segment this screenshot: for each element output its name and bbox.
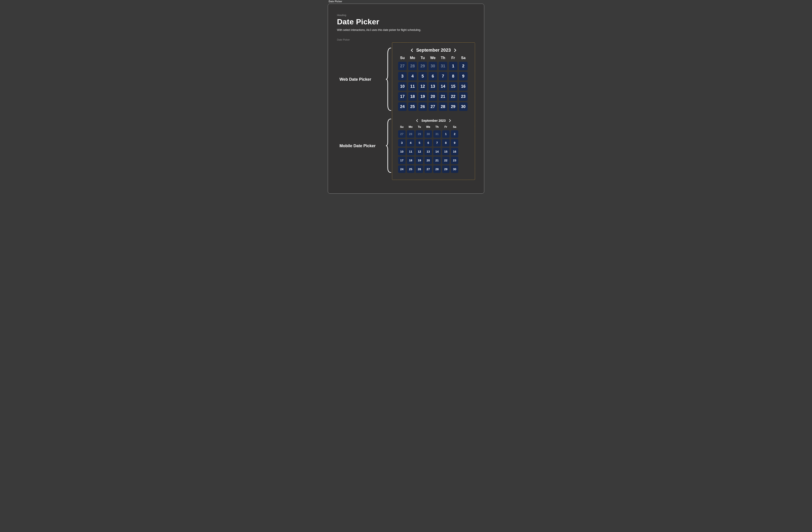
day-grid: 2728293031123456789101112131415161718192… <box>398 62 469 111</box>
day-cell[interactable]: 26 <box>418 102 427 111</box>
day-cell[interactable]: 10 <box>398 82 407 91</box>
day-cell[interactable]: 8 <box>442 139 450 147</box>
mobile-date-picker-row: Mobile Date Picker September 2023 <box>398 119 469 173</box>
day-cell[interactable]: 5 <box>416 139 423 147</box>
day-cell[interactable]: 31 <box>433 130 441 138</box>
day-cell[interactable]: 12 <box>416 148 423 155</box>
day-cell[interactable]: 22 <box>442 157 450 164</box>
day-cell[interactable]: 21 <box>439 92 447 101</box>
mobile-calendar: September 2023 SuMoTuWeThFrSa 2728293031… <box>398 119 469 173</box>
day-cell[interactable]: 17 <box>398 157 406 164</box>
dow-cell: Su <box>398 56 407 60</box>
day-cell[interactable]: 16 <box>459 82 467 91</box>
day-cell[interactable]: 4 <box>408 72 417 80</box>
web-date-picker-row: Web Date Picker September 2023 <box>398 47 469 111</box>
day-cell[interactable]: 3 <box>398 72 407 80</box>
day-cell[interactable]: 16 <box>451 148 458 155</box>
day-cell[interactable]: 13 <box>429 82 437 91</box>
day-cell[interactable]: 1 <box>449 62 458 70</box>
day-cell[interactable]: 20 <box>424 157 432 164</box>
day-cell[interactable]: 3 <box>398 139 406 147</box>
calendar-header: September 2023 <box>398 119 469 123</box>
day-cell[interactable]: 9 <box>459 72 467 80</box>
day-cell[interactable]: 28 <box>407 130 414 138</box>
dow-cell: Sa <box>451 125 458 129</box>
day-cell[interactable]: 2 <box>451 130 458 138</box>
day-cell[interactable]: 10 <box>398 148 406 155</box>
day-cell[interactable]: 23 <box>459 92 467 101</box>
day-cell[interactable]: 22 <box>449 92 458 101</box>
day-cell[interactable]: 18 <box>407 157 414 164</box>
day-cell[interactable]: 20 <box>429 92 437 101</box>
day-cell[interactable]: 29 <box>416 130 423 138</box>
day-cell[interactable]: 23 <box>451 157 458 164</box>
day-cell[interactable]: 30 <box>459 102 467 111</box>
day-cell[interactable]: 30 <box>424 130 432 138</box>
day-cell[interactable]: 30 <box>429 62 437 70</box>
eyebrow: Heading <box>337 14 475 16</box>
frame-label: Date Picker <box>252 0 560 4</box>
day-cell[interactable]: 8 <box>449 72 458 80</box>
day-cell[interactable]: 27 <box>424 165 432 173</box>
day-cell[interactable]: 11 <box>408 82 417 91</box>
web-date-picker-label: Web Date Picker <box>339 77 382 82</box>
prev-month-button[interactable] <box>415 119 419 123</box>
dow-row: SuMoTuWeThFrSa <box>398 125 469 129</box>
day-grid: 2728293031123456789101112131415161718192… <box>398 130 469 173</box>
day-cell[interactable]: 25 <box>407 165 414 173</box>
day-cell[interactable]: 14 <box>439 82 447 91</box>
day-cell[interactable]: 27 <box>398 130 406 138</box>
next-month-button[interactable] <box>448 119 452 123</box>
dow-cell: Tu <box>416 125 423 129</box>
dow-cell: Th <box>439 56 447 60</box>
day-cell[interactable]: 28 <box>408 62 417 70</box>
day-cell[interactable]: 15 <box>442 148 450 155</box>
day-cell[interactable]: 7 <box>433 139 441 147</box>
day-cell[interactable]: 15 <box>449 82 458 91</box>
dow-cell: We <box>424 125 432 129</box>
day-cell[interactable]: 17 <box>398 92 407 101</box>
day-cell[interactable]: 11 <box>407 148 414 155</box>
day-cell[interactable]: 18 <box>408 92 417 101</box>
month-title: September 2023 <box>416 47 451 53</box>
day-cell[interactable]: 2 <box>459 62 467 70</box>
day-cell[interactable]: 7 <box>439 72 447 80</box>
dow-cell: Fr <box>449 56 458 60</box>
day-cell[interactable]: 29 <box>418 62 427 70</box>
day-cell[interactable]: 28 <box>439 102 447 111</box>
day-cell[interactable]: 1 <box>442 130 450 138</box>
day-cell[interactable]: 19 <box>418 92 427 101</box>
day-cell[interactable]: 29 <box>442 165 450 173</box>
day-cell[interactable]: 24 <box>398 102 407 111</box>
day-cell[interactable]: 6 <box>429 72 437 80</box>
day-cell[interactable]: 19 <box>416 157 423 164</box>
dow-cell: Fr <box>442 125 450 129</box>
next-month-button[interactable] <box>453 48 457 52</box>
day-cell[interactable]: 4 <box>407 139 414 147</box>
prev-month-button[interactable] <box>410 48 414 52</box>
day-cell[interactable]: 26 <box>416 165 423 173</box>
day-cell[interactable]: 24 <box>398 165 406 173</box>
day-cell[interactable]: 9 <box>451 139 458 147</box>
day-cell[interactable]: 12 <box>418 82 427 91</box>
day-cell[interactable]: 30 <box>451 165 458 173</box>
day-cell[interactable]: 14 <box>433 148 441 155</box>
day-cell[interactable]: 28 <box>433 165 441 173</box>
date-picker-zone: Web Date Picker September 2023 <box>392 42 475 180</box>
calendar-header: September 2023 <box>398 47 469 53</box>
day-cell[interactable]: 31 <box>439 62 447 70</box>
day-cell[interactable]: 27 <box>398 62 407 70</box>
dow-cell: Sa <box>459 56 467 60</box>
day-cell[interactable]: 25 <box>408 102 417 111</box>
page-title: Date Picker <box>337 17 475 26</box>
day-cell[interactable]: 21 <box>433 157 441 164</box>
day-cell[interactable]: 5 <box>418 72 427 80</box>
day-cell[interactable]: 29 <box>449 102 458 111</box>
web-calendar: September 2023 SuMoTuWeThFrSa 2728293031… <box>398 47 469 111</box>
dow-cell: Mo <box>408 56 417 60</box>
dow-cell: Mo <box>407 125 414 129</box>
day-cell[interactable]: 6 <box>424 139 432 147</box>
day-cell[interactable]: 13 <box>424 148 432 155</box>
day-cell[interactable]: 27 <box>429 102 437 111</box>
dow-cell: Su <box>398 125 406 129</box>
